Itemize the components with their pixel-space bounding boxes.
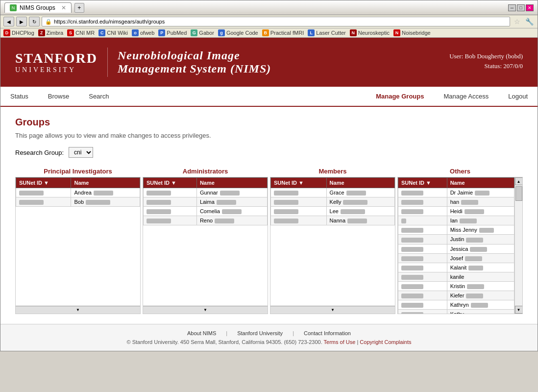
tab-title: NIMS Groups: [20, 4, 55, 11]
others-scrollbar[interactable]: ▲ ▼: [514, 177, 522, 314]
admin-panel-title: Administrators: [143, 168, 268, 175]
nav-manage-access[interactable]: Manage Access: [434, 87, 498, 106]
other-name-8: Josef: [447, 253, 514, 263]
nav-manage-groups[interactable]: Manage Groups: [366, 87, 434, 106]
back-button[interactable]: ◀: [3, 17, 14, 26]
bookmark-label: DHCPlog: [12, 30, 34, 36]
table-row: Nanna: [271, 216, 395, 225]
refresh-button[interactable]: ↻: [29, 17, 40, 26]
forward-button[interactable]: ▶: [16, 17, 27, 26]
admin-sunet-3: [144, 207, 197, 216]
footer-stanford[interactable]: Stanford University: [237, 330, 283, 336]
others-col-sunet[interactable]: SUNet ID ▼: [398, 178, 447, 188]
browser-tab[interactable]: N NIMS Groups ✕: [4, 2, 72, 13]
user-info: User: Bob Dougherty (bobd) Status: 207/0…: [449, 52, 523, 72]
others-table-scroll[interactable]: SUNet ID ▼ Name Dr Jaimie: [398, 177, 514, 314]
bookmark-zimbra[interactable]: Z Zimbra: [38, 29, 63, 36]
bookmark-icon: D: [3, 29, 10, 36]
bookmark-gabor[interactable]: G Gabor: [191, 29, 214, 36]
admin-name-3: Cornelia: [196, 207, 267, 216]
members-col-sunet[interactable]: SUNet ID ▼: [271, 178, 327, 188]
bookmark-star[interactable]: ☆: [512, 18, 522, 25]
other-name-12: Kiefer: [447, 291, 514, 300]
bookmark-practical-fmri[interactable]: B Practical fMRI: [262, 29, 304, 36]
table-row: Miss Jenny: [398, 225, 514, 235]
browser-nav-bar: ◀ ▶ ↻ 🔒 https://cni.stanford.edu/nimsgea…: [0, 15, 538, 28]
bookmark-neuroskeptic[interactable]: N Neuroskeptic: [350, 29, 390, 36]
member-name-3: Lee: [326, 207, 394, 216]
footer-divider-1: |: [226, 330, 227, 336]
footer-terms[interactable]: Terms of Use: [324, 339, 356, 345]
pi-header-row: SUNet ID ▼ Name: [16, 178, 140, 188]
bookmark-google-code[interactable]: g Google Code: [218, 29, 258, 36]
others-col-name[interactable]: Name: [447, 178, 514, 188]
research-group-select[interactable]: cni: [69, 147, 93, 158]
bookmark-cni-wiki[interactable]: C CNI Wiki: [98, 29, 128, 36]
system-title-line2: Management System (NIMS): [118, 62, 271, 75]
footer-copyright: © Stanford University. 450 Serra Mall, S…: [6, 339, 532, 345]
scroll-down-arrow[interactable]: ▼: [515, 306, 523, 314]
pi-table-scroll[interactable]: SUNet ID ▼ Name Andrea: [16, 177, 140, 314]
table-row: Jessica: [398, 244, 514, 253]
others-tbody: Dr Jaimie han Heidi: [398, 188, 514, 314]
admin-col-sunet[interactable]: SUNet ID ▼: [144, 178, 197, 188]
other-name-14: Kathy: [447, 310, 514, 314]
footer-complaints[interactable]: Copyright Complaints: [360, 339, 411, 345]
address-bar[interactable]: 🔒 https://cni.stanford.edu/nimsgears/aut…: [42, 17, 510, 26]
admin-col-name[interactable]: Name: [196, 178, 267, 188]
nav-browse[interactable]: Browse: [38, 87, 79, 106]
members-scroll-down[interactable]: ▼: [270, 306, 395, 314]
table-row: Kathryn: [398, 300, 514, 310]
bookmark-laser-cutter[interactable]: L Laser Cutter: [308, 29, 346, 36]
nav-status[interactable]: Status: [0, 87, 38, 106]
members-table-scroll[interactable]: SUNet ID ▼ Name Grace: [270, 177, 395, 314]
table-row: Bob: [16, 197, 140, 207]
bookmark-label: Laser Cutter: [316, 30, 346, 36]
copyright-text: © Stanford University. 450 Serra Mall, S…: [126, 339, 322, 345]
tools-icon[interactable]: 🔧: [524, 18, 535, 25]
others-table: SUNet ID ▼ Name Dr Jaimie: [398, 177, 514, 314]
admin-table-scroll[interactable]: SUNet ID ▼ Name Gunnar: [143, 177, 268, 314]
nav-search[interactable]: Search: [79, 87, 119, 106]
admin-scroll-down[interactable]: ▼: [143, 306, 268, 314]
other-name-4: Ian: [447, 216, 514, 225]
new-tab-button[interactable]: +: [74, 3, 84, 13]
other-name-5: Miss Jenny: [447, 225, 514, 235]
bookmark-cni-mr[interactable]: S CNI MR: [67, 29, 95, 36]
members-table: SUNet ID ▼ Name Grace: [270, 177, 395, 225]
other-sunet-11: [398, 281, 447, 291]
tab-close-icon[interactable]: ✕: [61, 4, 66, 11]
scroll-up-arrow[interactable]: ▲: [515, 177, 523, 185]
close-button[interactable]: ✕: [526, 4, 534, 11]
footer-contact[interactable]: Contact Information: [304, 330, 351, 336]
members-col-name[interactable]: Name: [326, 178, 394, 188]
bookmark-label: Gabor: [199, 30, 214, 36]
tab-icon: N: [10, 4, 17, 11]
bookmark-noisebridge[interactable]: N Noisebridge: [393, 29, 431, 36]
other-sunet-9: [398, 263, 447, 272]
admin-name-4: Reno: [196, 216, 267, 225]
pi-scroll-down[interactable]: ▼: [16, 306, 140, 314]
footer-about[interactable]: About NIMS: [187, 330, 216, 336]
right-nav: Manage Groups Manage Access Logout: [366, 87, 538, 106]
system-name: Neurobiological Image Management System …: [118, 49, 271, 75]
bookmark-pubmed[interactable]: P PubMed: [158, 29, 187, 36]
bookmark-icon: G: [191, 29, 197, 36]
maximize-button[interactable]: □: [517, 4, 525, 11]
admin-tbody: Gunnar Laima Cornelia: [144, 188, 268, 225]
other-name-13: Kathryn: [447, 300, 514, 310]
pi-col-name[interactable]: Name: [71, 178, 140, 188]
nav-logout[interactable]: Logout: [498, 87, 538, 106]
bookmark-icon: g: [218, 29, 225, 36]
minimize-button[interactable]: ─: [508, 4, 516, 11]
others-header-row: SUNet ID ▼ Name: [398, 178, 514, 188]
admin-table: SUNet ID ▼ Name Gunnar: [143, 177, 268, 225]
bookmark-ofweb[interactable]: o ofweb: [132, 29, 154, 36]
members-panel-title: Members: [270, 168, 395, 175]
bookmark-dhcplog[interactable]: D DHCPlog: [3, 29, 34, 36]
scroll-thumb[interactable]: [515, 186, 522, 201]
member-sunet-2: [271, 197, 327, 207]
other-sunet-4: [398, 216, 447, 225]
table-row: Reno: [144, 216, 268, 225]
pi-col-sunet[interactable]: SUNet ID ▼: [16, 178, 71, 188]
